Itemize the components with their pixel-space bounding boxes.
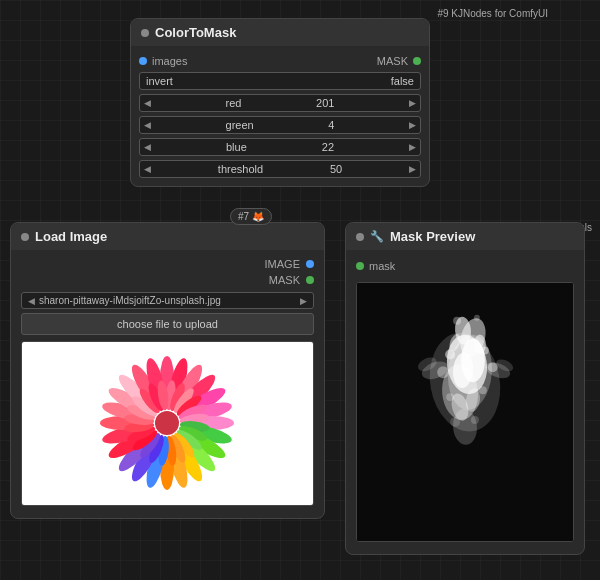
red-label: red [226,97,242,109]
red-value: 201 [316,97,334,109]
blue-value: 22 [322,141,334,153]
red-field[interactable]: ◀ red 201 ▶ [139,94,421,112]
svg-point-66 [474,315,480,321]
svg-point-61 [445,349,455,359]
green-right-arrow[interactable]: ▶ [409,120,416,130]
mask-preview-label: Mask Preview [390,229,475,244]
svg-point-65 [453,317,461,325]
file-left-arrow[interactable]: ◀ [28,296,35,306]
threshold-label: threshold [218,163,263,175]
invert-field[interactable]: invert false [139,72,421,90]
green-row: ◀ green 4 ▶ [131,114,429,136]
mask-image [357,283,573,541]
images-connector-row: images MASK [131,52,429,70]
fire-icon: 🦊 [252,211,264,222]
mask-output-row-load: MASK [11,272,324,288]
images-label: images [152,55,187,67]
choose-file-button[interactable]: choose file to upload [21,313,314,335]
image-output-label: IMAGE [265,258,300,270]
threshold-field[interactable]: ◀ threshold 50 ▶ [139,160,421,178]
svg-point-72 [450,417,460,427]
image-output-row: IMAGE [11,256,324,272]
mask-output-label: MASK [377,55,408,67]
badge-9: #9 KJNodes for ComfyUI [437,8,548,19]
red-left-arrow[interactable]: ◀ [144,98,151,108]
mask-output-label-load: MASK [269,274,300,286]
green-left-arrow[interactable]: ◀ [144,120,151,130]
file-selector-row[interactable]: ◀ sharon-pittaway-iMdsjoiftZo-unsplash.j… [21,292,314,309]
badge-7: #7 🦊 [230,208,272,225]
load-image-thumbnail [21,341,314,506]
red-row: ◀ red 201 ▶ [131,92,429,114]
green-field[interactable]: ◀ green 4 ▶ [139,116,421,134]
mask-preview-content: mask [346,250,584,554]
blue-right-arrow[interactable]: ▶ [409,142,416,152]
blue-left-arrow[interactable]: ◀ [144,142,151,152]
svg-point-73 [471,416,479,424]
mask-output-dot [413,57,421,65]
green-value: 4 [328,119,334,131]
color-to-mask-label: ColorToMask [155,25,236,40]
threshold-right-arrow[interactable]: ▶ [409,164,416,174]
load-image-title: Load Image [11,223,324,250]
red-right-arrow[interactable]: ▶ [409,98,416,108]
svg-point-69 [446,393,454,401]
flower-image [22,342,313,505]
blue-field[interactable]: ◀ blue 22 ▶ [139,138,421,156]
load-image-content: IMAGE MASK ◀ sharon-pittaway-iMdsjoiftZo… [11,250,324,518]
invert-value: false [391,75,414,87]
mask-preview-node: 🔧 Mask Preview mask [345,222,585,555]
mask-preview-thumbnail [356,282,574,542]
invert-row: invert false [131,70,429,92]
threshold-value: 50 [330,163,342,175]
mask-input-dot [356,262,364,270]
color-to-mask-node: ColorToMask images MASK invert false ◀ [130,18,430,187]
mask-input-row: mask [346,256,584,276]
mask-input-label: mask [369,260,395,272]
svg-point-62 [481,347,489,355]
filename-label: sharon-pittaway-iMdsjoiftZo-unsplash.jpg [39,295,296,306]
node-status-dot [141,29,149,37]
wrench-icon: 🔧 [370,230,384,243]
load-image-node: Load Image IMAGE MASK ◀ sharon-pittaway-… [10,222,325,519]
green-label: green [226,119,254,131]
images-input-dot [139,57,147,65]
svg-point-70 [479,386,487,394]
load-image-status-dot [21,233,29,241]
blue-label: blue [226,141,247,153]
blue-row: ◀ blue 22 ▶ [131,136,429,158]
color-to-mask-content: images MASK invert false ◀ red 201 ▶ [131,46,429,186]
color-to-mask-title: ColorToMask [131,19,429,46]
invert-label: invert [146,75,173,87]
threshold-row: ◀ threshold 50 ▶ [131,158,429,180]
mask-output-dot-load [306,276,314,284]
badge-7-label: #7 [238,211,249,222]
file-right-arrow[interactable]: ▶ [300,296,307,306]
svg-point-49 [155,411,179,435]
mask-preview-title: 🔧 Mask Preview [346,223,584,250]
image-output-dot [306,260,314,268]
threshold-left-arrow[interactable]: ◀ [144,164,151,174]
load-image-label: Load Image [35,229,107,244]
mask-preview-status-dot [356,233,364,241]
